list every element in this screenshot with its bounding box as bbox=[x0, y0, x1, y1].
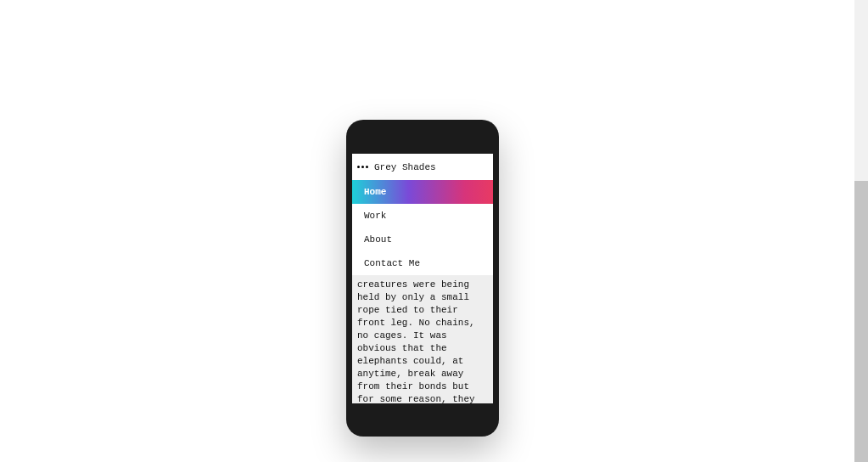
phone-screen: Grey Shades Home Work About Contact Me bbox=[352, 154, 493, 403]
nav-item-contact[interactable]: Contact Me bbox=[352, 251, 493, 275]
nav-menu: Home Work About Contact Me bbox=[352, 180, 493, 275]
article-body: creatures were being held by only a smal… bbox=[352, 275, 493, 403]
scrollbar-thumb[interactable] bbox=[854, 181, 868, 462]
nav-item-label: Contact Me bbox=[364, 258, 420, 268]
nav-item-label: Work bbox=[364, 211, 386, 221]
nav-item-home[interactable]: Home bbox=[352, 180, 493, 204]
body-paragraph: creatures were being held by only a smal… bbox=[357, 279, 488, 403]
stage: Grey Shades Home Work About Contact Me bbox=[0, 0, 854, 462]
nav-item-label: About bbox=[364, 234, 392, 245]
nav-item-label: Home bbox=[364, 187, 386, 197]
brand-title: Grey Shades bbox=[374, 162, 436, 172]
header-bar: Grey Shades bbox=[352, 154, 493, 180]
nav-item-about[interactable]: About bbox=[352, 228, 493, 251]
menu-icon[interactable] bbox=[357, 166, 368, 168]
phone-frame: Grey Shades Home Work About Contact Me bbox=[346, 120, 499, 437]
dot-icon bbox=[366, 166, 368, 168]
dot-icon bbox=[361, 166, 364, 168]
dot-icon bbox=[357, 166, 360, 168]
nav-item-work[interactable]: Work bbox=[352, 204, 493, 228]
